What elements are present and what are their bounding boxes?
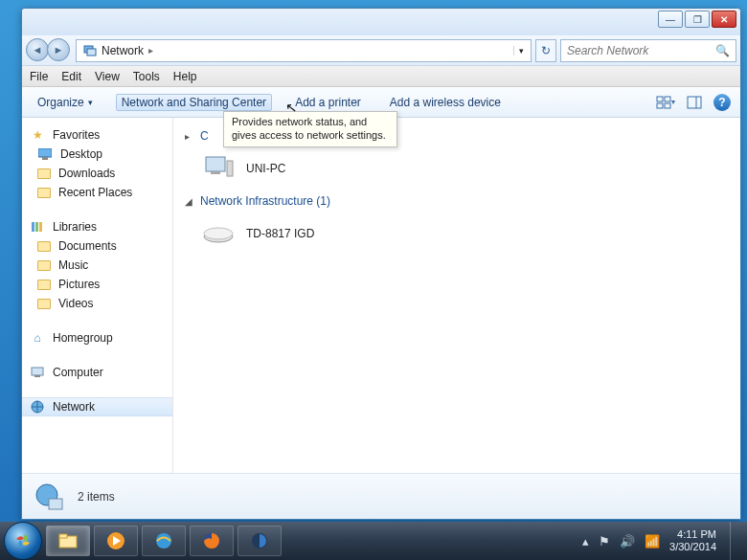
expand-arrow-icon: ◢ — [185, 196, 194, 207]
add-wireless-device-button[interactable]: Add a wireless device — [384, 94, 507, 111]
svg-rect-16 — [206, 157, 225, 171]
svg-rect-13 — [32, 368, 43, 375]
sidebar-item-videos[interactable]: Videos — [22, 294, 172, 313]
menu-edit[interactable]: Edit — [61, 70, 81, 83]
group-network-infrastructure[interactable]: ◢ Network Infrastructure (1) — [185, 194, 729, 208]
title-bar: — ❐ ✕ — [22, 9, 740, 35]
folder-icon — [37, 299, 51, 309]
sidebar-item-label: Desktop — [60, 147, 102, 161]
sidebar-item-label: Music — [58, 258, 88, 272]
tray-up-icon[interactable]: ▴ — [582, 534, 589, 549]
clock[interactable]: 4:11 PM 3/30/2014 — [669, 528, 716, 552]
show-desktop-button[interactable] — [730, 522, 739, 560]
start-button[interactable] — [4, 522, 42, 560]
organize-button[interactable]: Organize ▾ — [32, 94, 99, 111]
sidebar-item-label: Network — [53, 400, 95, 414]
volume-icon[interactable]: 🔊 — [620, 534, 635, 549]
sidebar-network[interactable]: Network — [22, 397, 172, 416]
chevron-down-icon: ▾ — [671, 98, 675, 106]
star-icon: ★ — [30, 127, 45, 143]
status-text: 2 items — [78, 490, 115, 504]
svg-rect-8 — [38, 148, 52, 157]
forward-button[interactable]: ► — [47, 38, 70, 61]
details-pane: 2 items — [22, 473, 740, 519]
network-sharing-center-button[interactable]: Network and Sharing Center — [116, 94, 272, 111]
taskbar-internet-explorer[interactable] — [142, 526, 186, 556]
tooltip: Provides network status, and gives acces… — [223, 111, 397, 147]
sidebar-item-downloads[interactable]: Downloads — [22, 164, 172, 183]
taskbar-app[interactable] — [238, 526, 282, 556]
sidebar-libraries[interactable]: Libraries — [22, 217, 172, 236]
system-tray: ▴ ⚑ 🔊 📶 4:11 PM 3/30/2014 — [582, 522, 743, 560]
help-button[interactable]: ? — [713, 94, 731, 111]
action-center-icon[interactable]: ⚑ — [599, 534, 610, 549]
svg-rect-4 — [657, 103, 663, 108]
taskbar-media-player[interactable] — [94, 526, 138, 556]
sidebar-item-recent[interactable]: Recent Places — [22, 183, 172, 202]
menu-tools[interactable]: Tools — [133, 70, 160, 83]
clock-time: 4:11 PM — [669, 528, 716, 541]
explorer-body: ★Favorites Desktop Downloads Recent Plac… — [22, 118, 740, 473]
svg-rect-2 — [657, 97, 663, 101]
network-icon — [34, 482, 64, 512]
computer-icon — [202, 154, 235, 183]
sidebar-homegroup[interactable]: ⌂Homegroup — [22, 328, 172, 347]
svg-rect-5 — [665, 103, 670, 108]
svg-point-20 — [204, 228, 233, 239]
address-dropdown-button[interactable]: ▾ — [513, 46, 529, 56]
sidebar-item-pictures[interactable]: Pictures — [22, 275, 172, 294]
search-input[interactable] — [567, 44, 712, 57]
add-printer-button[interactable]: Add a printer — [289, 94, 367, 111]
sidebar-computer[interactable]: Computer — [22, 363, 172, 382]
svg-rect-1 — [87, 49, 96, 56]
desktop-icon — [37, 146, 53, 162]
svg-rect-25 — [59, 534, 67, 538]
navigation-row: ◄ ► Network ▸ ▾ ↻ 🔍 — [22, 35, 740, 66]
svg-rect-10 — [32, 222, 34, 232]
folder-icon — [37, 188, 51, 198]
organize-label: Organize — [37, 96, 84, 109]
address-bar[interactable]: Network ▸ ▾ — [76, 39, 532, 62]
taskbar-explorer[interactable] — [46, 526, 90, 556]
close-button[interactable]: ✕ — [712, 11, 736, 28]
item-uni-pc[interactable]: UNI-PC — [185, 150, 729, 187]
svg-rect-17 — [211, 171, 220, 174]
back-forward-group: ◄ ► — [26, 38, 72, 63]
back-button[interactable]: ◄ — [26, 38, 49, 61]
item-router[interactable]: TD-8817 IGD — [185, 215, 729, 252]
network-icon — [30, 399, 45, 414]
menu-view[interactable]: View — [95, 70, 120, 83]
search-icon: 🔍 — [715, 44, 730, 57]
svg-rect-18 — [227, 161, 233, 176]
explorer-window: — ❐ ✕ ◄ ► Network ▸ ▾ ↻ 🔍 File Edit View… — [21, 8, 741, 520]
refresh-button[interactable]: ↻ — [535, 39, 556, 62]
view-options-button[interactable]: ▾ — [656, 93, 675, 112]
maximize-button[interactable]: ❐ — [685, 11, 710, 28]
menu-file[interactable]: File — [30, 70, 48, 83]
search-box[interactable]: 🔍 — [560, 39, 736, 62]
taskbar: ▴ ⚑ 🔊 📶 4:11 PM 3/30/2014 — [0, 522, 747, 560]
address-text: Network — [102, 44, 144, 57]
network-tray-icon[interactable]: 📶 — [645, 534, 660, 549]
folder-icon — [37, 241, 51, 252]
sidebar-item-label: Favorites — [53, 128, 100, 142]
preview-pane-button[interactable] — [685, 93, 704, 112]
breadcrumb-chevron-icon[interactable]: ▸ — [144, 45, 157, 56]
menu-bar: File Edit View Tools Help — [22, 66, 740, 87]
sidebar-item-label: Documents — [58, 239, 117, 253]
minimize-button[interactable]: — — [658, 11, 683, 28]
taskbar-firefox[interactable] — [190, 526, 234, 556]
sidebar-item-label: Downloads — [58, 167, 115, 180]
sidebar-item-desktop[interactable]: Desktop — [22, 145, 172, 164]
svg-rect-22 — [49, 499, 62, 509]
group-label: Network Infrastructure (1) — [200, 194, 330, 208]
sidebar-item-label: Pictures — [58, 278, 100, 291]
menu-help[interactable]: Help — [173, 70, 197, 83]
svg-rect-9 — [42, 157, 48, 160]
libraries-icon — [30, 219, 45, 235]
sidebar-favorites[interactable]: ★Favorites — [22, 125, 172, 145]
sidebar-item-documents[interactable]: Documents — [22, 236, 172, 256]
collapse-arrow-icon: ▸ — [185, 131, 194, 142]
sidebar-item-music[interactable]: Music — [22, 256, 172, 275]
folder-icon — [37, 168, 51, 179]
